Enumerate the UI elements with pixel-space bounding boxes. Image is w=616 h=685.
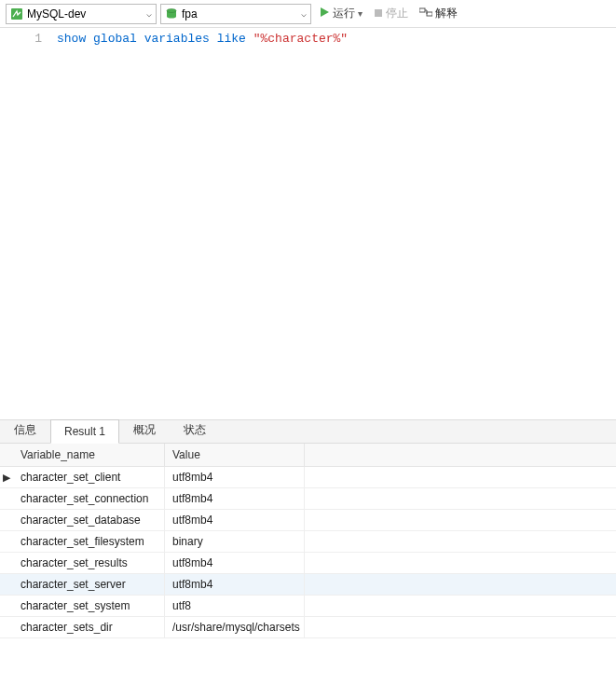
tab-status[interactable]: 状态 [170, 417, 220, 444]
svg-rect-4 [419, 8, 425, 12]
stop-icon [374, 7, 383, 21]
connection-icon [10, 7, 23, 21]
connection-dropdown[interactable]: MySQL-dev ⌵ [6, 4, 157, 24]
row-marker [0, 574, 13, 595]
dropdown-arrow-icon: ▾ [358, 8, 363, 19]
cell-variable-name[interactable]: character_set_filesystem [13, 531, 165, 552]
cell-value[interactable]: /usr/share/mysql/charsets [165, 617, 305, 637]
table-row[interactable]: character_set_connectionutf8mb4 [0, 488, 616, 510]
schema-dropdown[interactable]: fpa ⌵ [160, 4, 311, 24]
keyword: global [93, 32, 137, 46]
results-grid: Variable_name Value ▶character_set_clien… [0, 444, 616, 638]
row-marker [0, 617, 13, 637]
result-tabs: 信息 Result 1 概况 状态 [0, 419, 616, 444]
column-header-value[interactable]: Value [165, 444, 305, 466]
stop-button: 停止 [370, 4, 412, 23]
string-literal: "%character%" [253, 32, 348, 46]
play-icon [319, 7, 330, 21]
cell-value[interactable]: utf8mb4 [165, 467, 305, 487]
table-row[interactable]: ▶character_set_clientutf8mb4 [0, 467, 616, 488]
table-row[interactable]: character_set_filesystembinary [0, 531, 616, 553]
schema-label: fpa [182, 7, 198, 21]
cell-variable-name[interactable]: character_set_connection [13, 488, 165, 509]
cell-value[interactable]: utf8mb4 [165, 553, 305, 573]
tab-info[interactable]: 信息 [0, 417, 50, 444]
table-row[interactable]: character_sets_dir/usr/share/mysql/chars… [0, 617, 616, 638]
keyword: show [57, 32, 86, 46]
line-number: 1 [0, 32, 42, 46]
connection-label: MySQL-dev [27, 7, 86, 21]
explain-label: 解释 [435, 6, 458, 21]
explain-icon [419, 7, 432, 21]
table-row[interactable]: character_set_databaseutf8mb4 [0, 510, 616, 531]
cell-variable-name[interactable]: character_set_results [13, 553, 165, 573]
tab-result-1[interactable]: Result 1 [50, 419, 119, 444]
column-header-name[interactable]: Variable_name [13, 444, 165, 466]
toolbar: MySQL-dev ⌵ fpa ⌵ 运行 ▾ 停止 [0, 0, 616, 28]
cell-value[interactable]: utf8mb4 [165, 574, 305, 595]
cell-value[interactable]: utf8 [165, 596, 305, 616]
svg-rect-5 [427, 12, 432, 16]
results-header: Variable_name Value [0, 444, 616, 467]
run-label: 运行 [333, 6, 355, 21]
cell-value[interactable]: utf8mb4 [165, 510, 305, 530]
keyword: variables [144, 32, 210, 46]
svg-rect-0 [11, 8, 22, 20]
cell-variable-name[interactable]: character_set_database [13, 510, 165, 530]
chevron-down-icon: ⌵ [141, 8, 152, 19]
code-area[interactable]: show global variables like "%character%" [51, 28, 348, 419]
database-icon [165, 7, 178, 21]
cell-value[interactable]: utf8mb4 [165, 488, 305, 509]
table-row[interactable]: character_set_resultsutf8mb4 [0, 553, 616, 574]
chevron-down-icon: ⌵ [295, 8, 307, 19]
row-marker [0, 531, 13, 552]
run-button[interactable]: 运行 ▾ [315, 4, 366, 23]
row-marker [0, 488, 13, 509]
cell-variable-name[interactable]: character_sets_dir [13, 617, 165, 637]
table-row[interactable]: character_set_systemutf8 [0, 596, 616, 617]
row-marker [0, 596, 13, 616]
cell-variable-name[interactable]: character_set_server [13, 574, 165, 595]
keyword: like [217, 32, 246, 46]
row-marker [0, 510, 13, 530]
row-marker [0, 553, 13, 573]
line-gutter: 1 [0, 28, 51, 419]
cell-variable-name[interactable]: character_set_system [13, 596, 165, 616]
tab-profile[interactable]: 概况 [119, 417, 170, 444]
explain-button[interactable]: 解释 [416, 4, 461, 23]
cell-value[interactable]: binary [165, 531, 305, 552]
stop-label: 停止 [386, 6, 408, 21]
sql-editor[interactable]: 1 show global variables like "%character… [0, 28, 616, 419]
row-marker: ▶ [0, 467, 13, 487]
cell-variable-name[interactable]: character_set_client [13, 467, 165, 487]
table-row[interactable]: character_set_serverutf8mb4 [0, 574, 616, 596]
row-marker-header [0, 444, 13, 466]
svg-rect-3 [375, 9, 382, 17]
